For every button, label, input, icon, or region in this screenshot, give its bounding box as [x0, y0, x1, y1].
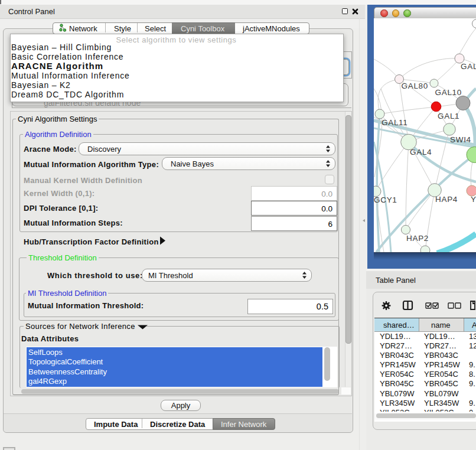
svg-text:HAP4: HAP4	[435, 195, 458, 204]
svg-text:HAP2: HAP2	[406, 234, 429, 243]
svg-text:GAL11: GAL11	[382, 118, 408, 127]
svg-text:GAL80: GAL80	[402, 81, 429, 90]
svg-text:GAL1: GAL1	[438, 112, 459, 120]
svg-text:GAL10: GAL10	[435, 88, 462, 97]
svg-text:GAL4: GAL4	[410, 148, 432, 156]
svg-text:SWI4: SWI4	[450, 135, 471, 144]
svg-text:GAL7: GAL7	[461, 62, 476, 71]
svg-text:GCY1: GCY1	[374, 195, 397, 204]
svg-text:YM: YM	[471, 195, 476, 204]
